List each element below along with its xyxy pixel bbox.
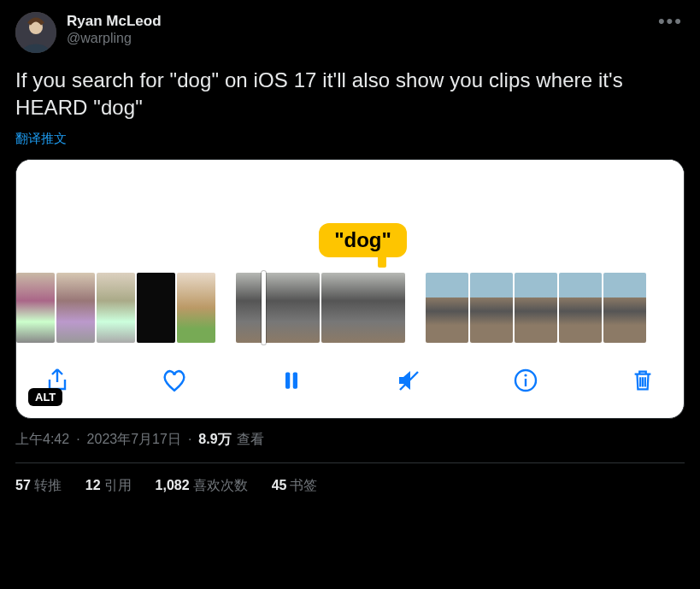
views-label: 查看 [237,431,264,449]
author-handle[interactable]: @warpling [67,30,162,47]
clip-group-3[interactable] [426,273,646,343]
meta-separator: · [186,432,193,447]
delete-button[interactable] [626,363,660,398]
alt-badge[interactable]: ALT [28,388,62,406]
info-icon [512,367,539,394]
timeline-thumbnail [603,273,646,343]
timeline-thumbnail [470,273,513,343]
svg-point-6 [524,374,526,376]
mute-button[interactable] [391,363,426,398]
timeline-thumbnail [97,273,135,343]
author-display-name[interactable]: Ryan McLeod [67,12,162,30]
timeline-thumbnail [137,273,175,343]
heart-icon [160,366,189,395]
tweet-stats-row: 57转推 12引用 1,082喜欢次数 45书签 [15,463,685,495]
svg-rect-2 [285,372,290,388]
timeline-thumbnail [321,273,405,343]
pause-icon [279,368,303,392]
playhead[interactable] [262,271,266,345]
clip-group-2[interactable] [236,273,405,343]
pause-button[interactable] [274,363,309,398]
author-name-block: Ryan McLeod @warpling [67,12,162,47]
mute-icon [395,367,422,394]
more-options-button[interactable]: ••• [658,12,683,31]
timeline-thumbnail [559,273,602,343]
tweet-meta-row: 上午4:42 · 2023年7月17日 · 8.9万 查看 [15,431,685,449]
timeline-thumbnail [426,273,468,343]
meta-separator: · [74,432,81,447]
timeline-thumbnail [56,273,95,343]
video-timeline[interactable] [16,268,684,348]
trash-icon [630,368,656,393]
timeline-thumbnail [16,273,55,343]
media-whitespace [16,160,684,228]
media-toolbar [16,348,684,418]
tweet-time[interactable]: 上午4:42 [15,431,69,449]
bookmarks-stat[interactable]: 45书签 [272,477,318,495]
info-button[interactable] [509,363,543,398]
caption-tooltip-row: "dog" [16,223,684,257]
caption-tooltip: "dog" [319,223,407,257]
retweets-stat[interactable]: 57转推 [15,477,62,495]
translate-link[interactable]: 翻译推文 [15,131,67,147]
tweet-date[interactable]: 2023年7月17日 [87,431,181,449]
svg-rect-3 [293,372,297,388]
views-count[interactable]: 8.9万 [198,431,231,449]
timeline-thumbnail [177,273,215,343]
avatar[interactable] [15,12,56,53]
quotes-stat[interactable]: 12引用 [85,477,132,495]
likes-stat[interactable]: 1,082喜欢次数 [156,477,248,495]
timeline-thumbnail [236,273,320,343]
media-card[interactable]: "dog" [15,159,685,419]
clip-group-1[interactable] [16,273,215,343]
tweet-container: ••• Ryan McLeod @warpling If you search … [0,0,700,495]
avatar-placeholder-icon [15,12,56,53]
timeline-thumbnail [515,273,557,343]
like-button[interactable] [157,363,191,398]
tweet-text: If you search for "dog" on iOS 17 it'll … [15,67,685,122]
tweet-header: Ryan McLeod @warpling [15,12,685,53]
